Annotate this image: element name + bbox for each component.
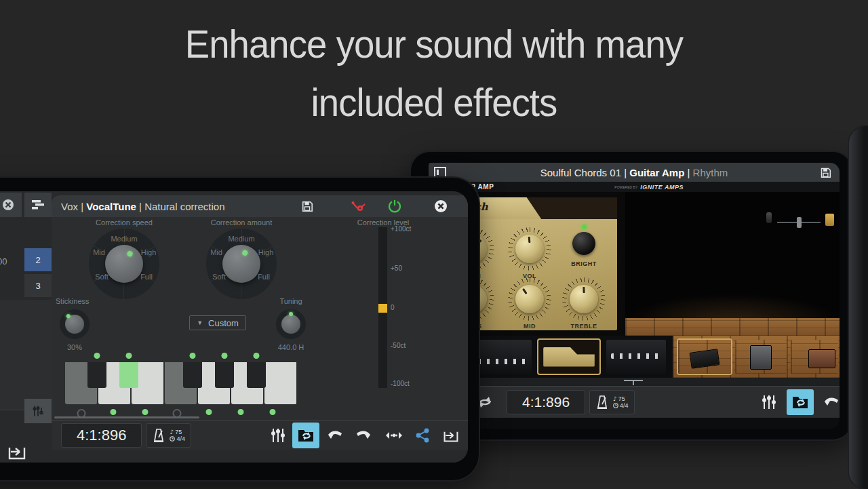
title-separator: |	[684, 167, 692, 178]
tick-plus50: +50	[391, 265, 402, 272]
scale-note-dot[interactable]	[270, 409, 276, 415]
keyboard-scrollbar[interactable]	[54, 416, 199, 418]
clock-icon	[170, 436, 175, 442]
preset-thumbnails	[429, 336, 840, 378]
cab-thumbnail-3[interactable]	[791, 340, 838, 374]
piano-key-black[interactable]	[247, 362, 266, 388]
transport-bar: 4:1:896 ♪75 4/4	[429, 386, 840, 418]
time-display[interactable]: 4:1:896	[61, 423, 142, 448]
scale-note-dot	[94, 353, 100, 359]
time-value: 4:1:896	[77, 427, 126, 444]
metronome-display[interactable]: ♪75 4/4	[589, 390, 635, 414]
scale-note-dot[interactable]	[111, 409, 117, 415]
export-icon[interactable]	[442, 427, 460, 444]
automation-icon[interactable]	[351, 200, 366, 212]
stickiness-label: Stickiness	[56, 297, 90, 305]
undo-icon[interactable]	[326, 428, 343, 443]
time-signature-value: 4/4	[620, 402, 629, 409]
piano-keyboard[interactable]	[65, 362, 298, 404]
metronome-icon	[152, 428, 165, 443]
cabinet-room: N-TRACK	[625, 192, 840, 336]
piano-key-black[interactable]	[215, 362, 234, 388]
save-icon[interactable]	[820, 167, 831, 178]
loop-folder-icon	[791, 394, 809, 410]
save-icon[interactable]	[301, 200, 313, 212]
metronome-display[interactable]: ♪75 4/4	[146, 423, 191, 448]
tuning-knob[interactable]	[276, 309, 306, 339]
bright-button[interactable]: BRIGHT	[553, 224, 614, 267]
close-panel-button[interactable]	[0, 193, 22, 217]
vocaltune-header: Vox | VocalTune | Natural correction	[52, 195, 468, 217]
mic-icon[interactable]	[766, 212, 772, 223]
scale-note-dot[interactable]	[142, 409, 149, 415]
time-value: 4:1:896	[522, 394, 570, 410]
track-lane	[0, 318, 52, 337]
mixer-faders-icon[interactable]	[761, 394, 777, 410]
thumb-knobs	[611, 353, 661, 359]
piano-key-black[interactable]	[87, 362, 106, 388]
power-icon[interactable]	[388, 199, 401, 213]
piano-key-white[interactable]	[264, 362, 298, 404]
plugin-name: Guitar Amp	[629, 167, 684, 178]
loop-folder-icon	[297, 427, 315, 444]
knob-indicator	[289, 312, 293, 316]
scale-note-dot[interactable]	[238, 409, 244, 415]
mark-full: Full	[258, 273, 270, 281]
headline-line1: Enhance your sound with many	[26, 15, 842, 73]
undo-icon[interactable]	[822, 395, 840, 410]
scale-note-dot	[126, 353, 132, 359]
level-marker	[378, 304, 387, 313]
vol-knob[interactable]: VOL	[499, 227, 560, 279]
mic-slider-handle[interactable]	[797, 217, 802, 228]
mixer-faders-icon[interactable]	[270, 427, 286, 444]
left-phone: 00 2 3 Vox | VocalTune | Natur	[0, 178, 479, 480]
treble-knob[interactable]: TREBLE	[553, 277, 614, 330]
piano-key-black[interactable]	[183, 362, 202, 388]
mixer-faders-icon	[31, 404, 45, 418]
scale-note-dot	[190, 353, 196, 359]
preset-name: Natural correction	[144, 201, 224, 212]
track-lane	[0, 373, 52, 392]
repeat-icon[interactable]	[477, 395, 493, 409]
scale-note-dot[interactable]	[206, 409, 212, 415]
amp-thumbnail-selected[interactable]	[538, 340, 599, 374]
amp-thumbnail-1[interactable]	[473, 340, 532, 374]
mid-knob[interactable]: MID	[499, 277, 560, 330]
room-glow	[625, 294, 840, 321]
piano-key-black-selected[interactable]	[119, 362, 138, 388]
metronome-icon	[595, 395, 609, 410]
scale-dropdown[interactable]: ▼ Custom	[189, 315, 246, 330]
amp-thumbnail-3[interactable]	[606, 340, 666, 374]
cab-thumbnail-2[interactable]	[735, 340, 787, 374]
ruler-label: 00	[0, 256, 7, 267]
export-icon[interactable]	[7, 442, 27, 461]
mark-full: Full	[140, 273, 153, 281]
guitar-amp-header: Soulful Chords 01 | Guitar Amp | Rhythm	[429, 163, 840, 182]
third-phone	[849, 126, 868, 489]
redo-icon[interactable]	[355, 428, 373, 443]
track-cell-2[interactable]: 2	[24, 248, 52, 271]
knob-pointer	[522, 288, 528, 294]
divider-drag-handle[interactable]	[624, 380, 643, 381]
loop-folder-button[interactable]	[787, 389, 814, 415]
track-cell-3[interactable]: 3	[24, 274, 52, 297]
tick-plus100: +100ct	[391, 225, 411, 233]
cab-thumbnail-selected[interactable]	[678, 340, 731, 374]
time-display[interactable]: 4:1:896	[507, 390, 585, 414]
stickiness-knob[interactable]	[60, 309, 90, 339]
tempo-value: 75	[175, 429, 182, 435]
share-icon[interactable]	[415, 427, 430, 444]
time-signature-value: 4/4	[176, 435, 185, 442]
nudge-icon[interactable]	[385, 431, 403, 439]
panel-toggle-icon[interactable]	[434, 167, 446, 178]
track-faders-button[interactable]	[24, 399, 52, 423]
brand-strip: n-Track GUITAR AMP POWERED BY IGNITE AMP…	[429, 182, 840, 192]
gold-mic-icon[interactable]	[825, 214, 834, 226]
thumb-cab	[690, 349, 720, 369]
tracks-button[interactable]	[24, 193, 52, 217]
close-icon[interactable]	[434, 199, 448, 213]
headline-line2: included effects	[26, 73, 842, 132]
loop-folder-button[interactable]	[292, 423, 319, 448]
scale-note-dot	[254, 353, 260, 359]
mark-high: High	[258, 248, 274, 256]
